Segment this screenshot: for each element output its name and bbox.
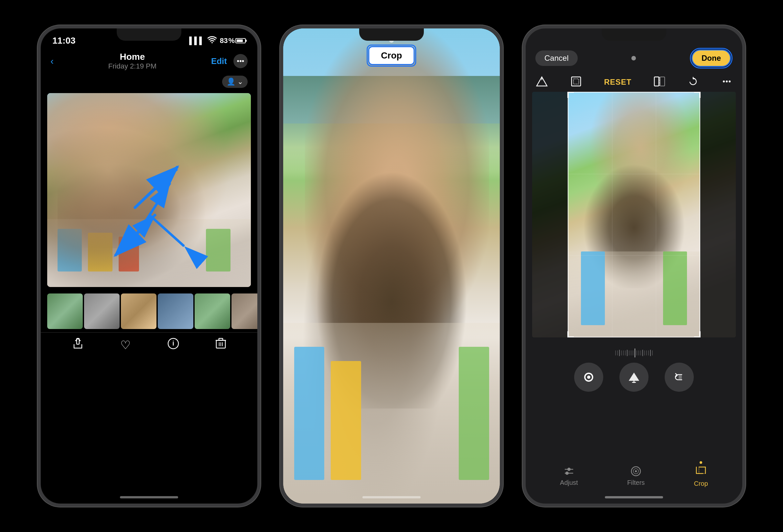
home-indicator-2 — [363, 496, 420, 498]
thumbnail-3[interactable] — [121, 293, 156, 329]
svg-point-25 — [723, 81, 725, 83]
nav-bar-1: ‹ Home Friday 2:19 PM Edit ••• — [41, 49, 257, 74]
wifi-icon — [208, 36, 217, 45]
svg-rect-21 — [573, 79, 579, 84]
crop-button[interactable]: Crop — [368, 46, 414, 65]
battery-icon: 83 % — [220, 36, 246, 45]
phone-3-screen: Cancel Done — [526, 28, 742, 504]
filters-icon — [629, 465, 643, 478]
crop-tools-bar: RESET — [526, 74, 742, 92]
more-icon: ••• — [237, 57, 244, 65]
svg-point-27 — [729, 81, 731, 83]
more-button[interactable]: ••• — [233, 54, 248, 68]
phone-2: Crop — [280, 25, 503, 507]
filters-tab-label: Filters — [627, 479, 645, 487]
album-title: Home — [108, 52, 156, 62]
person-bar: 👤 ⌄ — [41, 74, 257, 90]
phone2-top-bar: Crop — [283, 28, 500, 40]
thumbnail-strip — [41, 290, 257, 332]
rotation-ticks — [526, 345, 742, 359]
cancel-button[interactable]: Cancel — [535, 51, 578, 66]
crop-label-container: Crop — [367, 44, 416, 67]
more-options-button[interactable] — [721, 75, 732, 89]
straighten-button[interactable] — [535, 75, 548, 89]
crop-label-highlight: Crop — [367, 44, 416, 67]
island-dot — [631, 56, 636, 60]
done-highlight: Done — [690, 48, 732, 68]
favorite-button[interactable]: ♡ — [120, 338, 131, 352]
phone-1-screen: 11:03 ▌▌▌ 83 % ‹ — [41, 28, 257, 504]
photo-content — [47, 93, 251, 287]
phone-1: 11:03 ▌▌▌ 83 % ‹ — [37, 25, 260, 507]
rotation-bar: // Will be generated inline — [526, 338, 742, 345]
auto-enhance-button[interactable] — [574, 363, 603, 392]
signal-icon: ▌▌▌ — [189, 36, 204, 45]
thumbnail-6[interactable] — [231, 293, 257, 329]
status-icons: ▌▌▌ 83 % — [189, 36, 246, 45]
back-button[interactable]: ‹ — [51, 56, 54, 67]
tab-adjust[interactable]: Adjust — [560, 465, 578, 487]
flip-button[interactable] — [619, 363, 649, 392]
done-button[interactable]: Done — [691, 50, 731, 67]
adjust-icon — [563, 465, 575, 478]
crop-icon — [694, 464, 707, 477]
person-icon: 👤 — [227, 77, 236, 86]
delete-button[interactable] — [216, 338, 226, 352]
nav-right-buttons: Edit ••• — [211, 54, 248, 68]
thumbnail-5[interactable] — [195, 293, 230, 329]
phone-2-screen: Crop — [283, 28, 500, 504]
svg-point-41 — [635, 470, 637, 472]
svg-point-30 — [587, 376, 590, 379]
chevron-left-icon: ‹ — [51, 56, 54, 67]
svg-rect-34 — [679, 375, 682, 379]
rotate-left-button[interactable] — [665, 363, 694, 392]
svg-text:i: i — [172, 340, 174, 347]
dynamic-island-3 — [631, 56, 636, 60]
thumbnail-2[interactable] — [84, 293, 120, 329]
crop-overlay-left — [532, 92, 568, 338]
person-button[interactable]: 👤 ⌄ — [222, 75, 248, 88]
aspect-ratio-button[interactable] — [570, 75, 582, 89]
home-indicator-1 — [120, 496, 178, 498]
tab-filters[interactable]: Filters — [627, 465, 645, 487]
phone3-top-bar: Cancel Done — [526, 28, 742, 74]
svg-marker-31 — [629, 373, 638, 380]
chevron-down-icon: ⌄ — [237, 77, 243, 86]
svg-rect-20 — [571, 77, 581, 86]
active-indicator — [699, 461, 702, 464]
crop-tab-label: Crop — [694, 480, 708, 488]
bottom-tab-bar: Adjust Filters — [526, 461, 742, 491]
svg-rect-22 — [654, 77, 659, 86]
reset-button[interactable]: RESET — [604, 77, 631, 87]
thumbnail-1[interactable] — [47, 293, 83, 329]
svg-point-36 — [567, 468, 571, 471]
info-button[interactable]: i — [167, 338, 179, 352]
album-title-area: Home Friday 2:19 PM — [108, 52, 156, 70]
rotate-tools — [526, 359, 742, 393]
crop-overlay-right — [700, 92, 736, 338]
main-photo[interactable] — [47, 93, 251, 287]
rotate-button[interactable] — [687, 75, 699, 89]
svg-point-26 — [726, 81, 728, 83]
edit-button[interactable]: Edit — [211, 56, 227, 66]
thumbnail-4[interactable] — [158, 293, 193, 329]
time-display: 11:03 — [52, 36, 76, 46]
adjust-tab-label: Adjust — [560, 479, 578, 487]
svg-rect-23 — [660, 77, 665, 86]
svg-rect-46 — [699, 467, 706, 473]
svg-rect-14 — [219, 338, 223, 340]
home-indicator-3 — [605, 496, 663, 498]
svg-point-38 — [565, 472, 569, 475]
zoomed-photo — [283, 28, 500, 504]
bottom-toolbar: ♡ i — [41, 332, 257, 357]
dynamic-island-2 — [389, 38, 394, 43]
album-subtitle: Friday 2:19 PM — [108, 62, 156, 70]
crop-photo-area[interactable] — [532, 92, 736, 338]
phone-3: Cancel Done — [523, 25, 746, 507]
crop-selection-area — [568, 92, 700, 338]
status-bar-1: 11:03 ▌▌▌ 83 % — [41, 28, 257, 47]
mirror-button[interactable] — [654, 75, 665, 89]
tab-crop[interactable]: Crop — [694, 464, 708, 488]
zoomed-photo-content — [283, 28, 500, 504]
share-button[interactable] — [72, 338, 84, 352]
